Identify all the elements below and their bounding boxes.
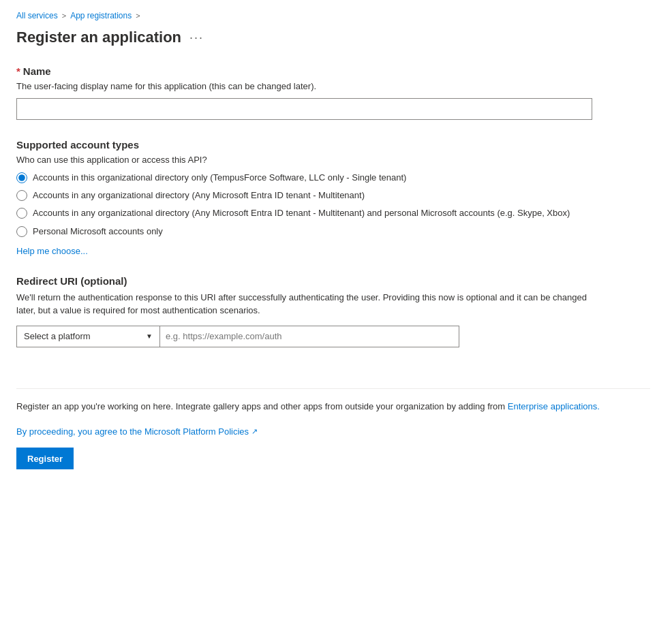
redirect-uri-input[interactable] bbox=[159, 326, 459, 347]
account-radio-3[interactable] bbox=[16, 208, 27, 219]
account-types-title: Supported account types bbox=[16, 139, 656, 151]
account-type-radio-group: Accounts in this organizational director… bbox=[16, 172, 656, 238]
name-section: *Name The user-facing display name for t… bbox=[16, 65, 656, 120]
account-types-section: Supported account types Who can use this… bbox=[16, 139, 656, 256]
redirect-uri-title: Redirect URI (optional) bbox=[16, 275, 656, 287]
policy-link-row: By proceeding, you agree to the Microsof… bbox=[16, 426, 656, 437]
breadcrumb-app-registrations[interactable]: App registrations bbox=[70, 11, 132, 20]
breadcrumb: All services > App registrations > bbox=[16, 11, 656, 20]
account-option-4-label: Personal Microsoft accounts only bbox=[33, 225, 163, 238]
enterprise-applications-link[interactable]: Enterprise applications. bbox=[508, 401, 600, 411]
account-option-4[interactable]: Personal Microsoft accounts only bbox=[16, 225, 656, 238]
required-asterisk: * bbox=[16, 65, 20, 77]
account-radio-1[interactable] bbox=[16, 172, 27, 183]
name-section-title: *Name bbox=[16, 65, 656, 77]
footer-notice: Register an app you're working on here. … bbox=[16, 388, 650, 413]
page-menu-button[interactable]: ··· bbox=[189, 31, 204, 45]
account-types-subtitle: Who can use this application or access t… bbox=[16, 155, 656, 165]
breadcrumb-separator-1: > bbox=[62, 12, 66, 20]
breadcrumb-separator-2: > bbox=[136, 12, 140, 20]
account-option-2-label: Accounts in any organizational directory… bbox=[33, 189, 365, 202]
external-link-icon: ↗ bbox=[251, 427, 258, 436]
name-section-description: The user-facing display name for this ap… bbox=[16, 81, 656, 91]
register-button[interactable]: Register bbox=[16, 448, 74, 469]
app-name-input[interactable] bbox=[16, 98, 592, 120]
uri-row: Select a platform Web Single-page applic… bbox=[16, 326, 656, 347]
redirect-uri-description: We'll return the authentication response… bbox=[16, 291, 589, 317]
account-option-1-label: Accounts in this organizational director… bbox=[33, 172, 406, 184]
account-option-2[interactable]: Accounts in any organizational directory… bbox=[16, 189, 656, 202]
account-radio-2[interactable] bbox=[16, 190, 27, 201]
redirect-uri-section: Redirect URI (optional) We'll return the… bbox=[16, 275, 656, 347]
footer-notice-text: Register an app you're working on here. … bbox=[16, 401, 505, 411]
account-option-3[interactable]: Accounts in any organizational directory… bbox=[16, 207, 656, 219]
account-radio-4[interactable] bbox=[16, 226, 27, 237]
account-option-1[interactable]: Accounts in this organizational director… bbox=[16, 172, 656, 184]
platform-select-wrapper: Select a platform Web Single-page applic… bbox=[16, 326, 159, 347]
help-me-choose-link[interactable]: Help me choose... bbox=[16, 246, 88, 256]
page-title: Register an application bbox=[16, 29, 181, 46]
breadcrumb-all-services[interactable]: All services bbox=[16, 11, 58, 20]
platform-select[interactable]: Select a platform Web Single-page applic… bbox=[16, 326, 159, 347]
page-title-row: Register an application ··· bbox=[16, 29, 656, 46]
account-option-3-label: Accounts in any organizational directory… bbox=[33, 207, 570, 219]
microsoft-platform-policies-link[interactable]: By proceeding, you agree to the Microsof… bbox=[16, 426, 249, 437]
